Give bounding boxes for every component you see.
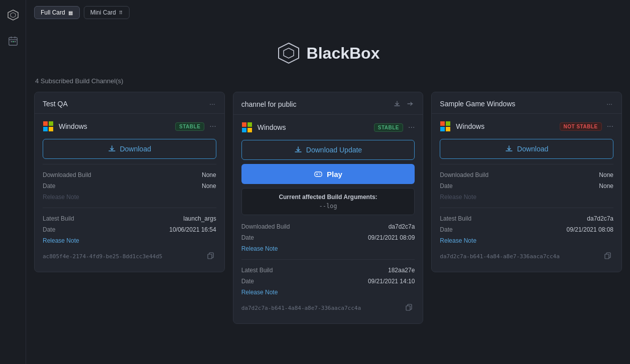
- sidebar-icon-calendar[interactable]: [4, 32, 22, 50]
- release-note-link-3[interactable]: Release Note: [440, 194, 476, 201]
- downloaded-build-label-2: Downloaded Build: [241, 223, 290, 230]
- platform-more-1[interactable]: ···: [209, 122, 216, 130]
- copy-icon-3: [604, 252, 611, 259]
- downloaded-build-label-1: Downloaded Build: [43, 171, 91, 178]
- sidebar-icon-blackbox[interactable]: [4, 6, 22, 24]
- hash-value-3: da7d2c7a-b641-4a84-a8e7-336aaca7cc4a: [440, 253, 599, 260]
- card-title-3: Sample Game Windows: [440, 100, 515, 108]
- latest-build-label-2: Latest Build: [241, 267, 273, 274]
- copy-hash-button-1[interactable]: [205, 251, 216, 262]
- full-card-button[interactable]: Full Card ▦: [34, 6, 80, 19]
- card-channel-public: channel for public: [233, 92, 424, 324]
- mini-card-label: Mini Card: [90, 9, 116, 16]
- svg-rect-29: [446, 127, 450, 131]
- divider-3a: [440, 164, 613, 164]
- card-download-icon-2a[interactable]: [393, 99, 402, 109]
- download-button-1[interactable]: Download: [43, 139, 216, 159]
- platform-more-3[interactable]: ···: [607, 122, 613, 130]
- build-args-value-2: --log: [249, 203, 408, 210]
- download-icon-2: [294, 146, 302, 154]
- svg-marker-1: [11, 13, 16, 18]
- mini-card-button[interactable]: Mini Card ⠿: [84, 6, 130, 19]
- platform-badge-2: STABLE: [374, 123, 403, 132]
- windows-icon-2: [241, 122, 253, 133]
- card-header-2: channel for public: [233, 92, 423, 115]
- windows-icon-1: [43, 121, 54, 132]
- card-test-qa: Test QA ··· Windows: [34, 92, 225, 272]
- svg-rect-6: [11, 41, 12, 42]
- latest-date-value-3: 09/21/2021 08:08: [567, 226, 613, 233]
- platform-name-1: Windows: [59, 122, 170, 130]
- latest-date-row-1: Date 10/06/2021 16:54: [43, 224, 216, 235]
- downloaded-build-row-2: Downloaded Build da7d2c7a: [241, 221, 415, 232]
- latest-release-note-link-3[interactable]: Release Note: [440, 237, 476, 244]
- svg-rect-18: [242, 128, 246, 132]
- card-arrow-icon-2b[interactable]: [406, 99, 415, 109]
- download-icon-1: [108, 145, 116, 153]
- svg-rect-16: [242, 122, 246, 127]
- latest-date-value-2: 09/21/2021 14:10: [368, 278, 415, 285]
- sidebar: [0, 0, 26, 364]
- downloaded-build-value-3: None: [599, 171, 613, 178]
- platform-more-2[interactable]: ···: [408, 123, 415, 131]
- hash-row-1: ac805f4e-2174-4fd9-be25-8dd1cc3e44d5: [43, 248, 216, 265]
- download-update-button-2[interactable]: Download Update: [241, 140, 415, 160]
- latest-date-label-1: Date: [43, 226, 55, 233]
- latest-build-row-3: Latest Build da7d2c7a: [440, 213, 613, 224]
- cards-container: Test QA ··· Windows: [34, 92, 622, 324]
- card-more-button-3[interactable]: ···: [605, 99, 613, 108]
- full-card-grid-icon: ▦: [68, 10, 73, 16]
- copy-hash-button-2[interactable]: [404, 303, 415, 313]
- divider-1a: [43, 164, 216, 164]
- card-header-3: Sample Game Windows ···: [432, 92, 621, 114]
- downloaded-build-value-1: None: [202, 171, 216, 178]
- latest-release-note-row-1: Release Note: [43, 235, 216, 246]
- latest-date-label-3: Date: [440, 226, 452, 233]
- date-row-1: Date None: [43, 180, 216, 192]
- card-body-2: Windows STABLE ··· Download Update: [233, 115, 423, 323]
- latest-build-row-2: Latest Build 182aa27e: [241, 265, 415, 276]
- card-header-1: Test QA ···: [35, 92, 224, 114]
- card-header-icons-2: [393, 99, 415, 109]
- platform-row-3: Windows NOT STABLE ···: [440, 121, 613, 132]
- date-value-2: 09/21/2021 08:09: [368, 234, 415, 241]
- latest-build-row-1: Latest Build launch_args: [43, 213, 216, 224]
- release-note-link-1[interactable]: Release Note: [43, 194, 79, 201]
- divider-3b: [440, 208, 613, 208]
- copy-hash-button-3[interactable]: [602, 251, 613, 262]
- latest-release-note-row-3: Release Note: [440, 235, 613, 246]
- download-button-3[interactable]: Download: [440, 139, 613, 159]
- card-title-1: Test QA: [43, 100, 68, 108]
- svg-rect-11: [43, 121, 48, 126]
- date-value-1: None: [202, 183, 216, 190]
- svg-rect-14: [49, 127, 53, 131]
- svg-rect-30: [605, 254, 609, 259]
- platform-badge-3: NOT STABLE: [560, 122, 602, 131]
- svg-point-24: [320, 174, 321, 175]
- release-note-link-2[interactable]: Release Note: [241, 245, 278, 252]
- date-row-3: Date None: [440, 180, 613, 192]
- build-args-title-2: Current affected Build Arguments:: [249, 194, 408, 201]
- topbar: Full Card ▦ Mini Card ⠿: [26, 0, 630, 25]
- card-more-button-1[interactable]: ···: [208, 99, 216, 108]
- release-note-row-3: Release Note: [440, 192, 613, 203]
- platform-name-2: Windows: [258, 123, 369, 131]
- release-note-row-1: Release Note: [43, 192, 216, 203]
- latest-build-value-2: 182aa27e: [388, 267, 415, 274]
- svg-marker-0: [8, 10, 18, 20]
- hash-row-3: da7d2c7a-b641-4a84-a8e7-336aaca7cc4a: [440, 248, 613, 265]
- card-title-2: channel for public: [241, 100, 297, 108]
- platform-name-3: Windows: [456, 122, 554, 130]
- latest-release-note-link-1[interactable]: Release Note: [43, 237, 79, 244]
- card-header-icons-3: ···: [605, 99, 613, 108]
- latest-build-value-3: da7d2c7a: [587, 215, 613, 222]
- latest-date-row-3: Date 09/21/2021 08:08: [440, 224, 613, 235]
- logo-section: BlackBox: [34, 25, 622, 77]
- latest-date-value-1: 10/06/2021 16:54: [169, 226, 216, 233]
- download-label-1: Download: [120, 145, 151, 153]
- arrow-down-icon-2: [394, 100, 401, 107]
- download-update-label-2: Download Update: [306, 146, 362, 154]
- play-button-2[interactable]: Play: [241, 164, 415, 184]
- date-label-2: Date: [241, 234, 254, 241]
- latest-release-note-link-2[interactable]: Release Note: [241, 289, 278, 296]
